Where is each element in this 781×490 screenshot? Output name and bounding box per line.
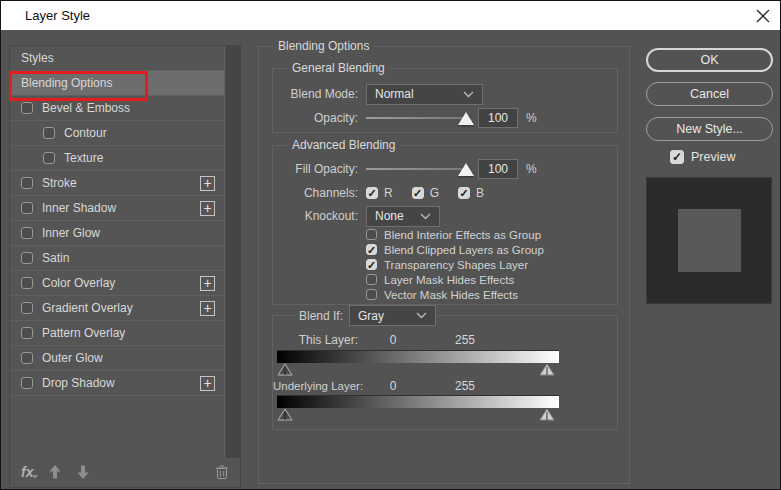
- option-label: Blend Interior Effects as Group: [384, 229, 541, 241]
- channel-g-checkbox[interactable]: ✓: [412, 187, 424, 199]
- sidebar-item-outer-glow[interactable]: Outer Glow: [10, 346, 224, 371]
- underlying-layer-min: 0: [366, 379, 420, 393]
- sidebar-scrollbar[interactable]: [224, 46, 240, 458]
- effect-enable-checkbox[interactable]: [21, 377, 33, 389]
- dialog-title: Layer Style: [25, 8, 90, 23]
- sidebar-item-blending-options[interactable]: Blending Options: [10, 71, 224, 96]
- option-label: Layer Mask Hides Effects: [384, 274, 514, 286]
- underlying-layer-high-thumb[interactable]: [539, 407, 555, 420]
- trash-icon[interactable]: [215, 464, 229, 480]
- this-layer-high-thumb[interactable]: [539, 362, 555, 375]
- effect-enable-checkbox[interactable]: [21, 177, 33, 189]
- option-checkbox[interactable]: [366, 289, 377, 300]
- channel-g: ✓G: [412, 186, 439, 200]
- sidebar-item-label: Contour: [64, 126, 107, 140]
- effect-enable-checkbox[interactable]: [21, 327, 33, 339]
- sidebar-footer: fx: [10, 457, 240, 487]
- sidebar-item-label: Texture: [64, 151, 103, 165]
- fill-opacity-label: Fill Opacity:: [273, 162, 358, 176]
- option-label: Vector Mask Hides Effects: [384, 289, 518, 301]
- ok-button[interactable]: OK: [646, 48, 773, 72]
- sidebar-item-satin[interactable]: Satin: [10, 246, 224, 271]
- sidebar-item-label: Bevel & Emboss: [42, 101, 130, 115]
- sidebar-item-inner-glow[interactable]: Inner Glow: [10, 221, 224, 246]
- effect-enable-checkbox[interactable]: [21, 352, 33, 364]
- sidebar-item-label: Inner Shadow: [42, 201, 116, 215]
- arrow-up-icon[interactable]: [49, 465, 61, 479]
- effect-enable-checkbox[interactable]: [43, 127, 55, 139]
- sidebar-item-label: Drop Shadow: [42, 376, 115, 390]
- preview-thumbnail: [646, 177, 772, 304]
- channel-r: ✓R: [366, 186, 393, 200]
- knockout-label: Knockout:: [273, 209, 358, 223]
- opacity-slider[interactable]: [366, 109, 466, 127]
- sidebar-item-pattern-overlay[interactable]: Pattern Overlay: [10, 321, 224, 346]
- knockout-select[interactable]: None: [366, 206, 440, 227]
- fx-menu-icon[interactable]: fx: [21, 464, 33, 480]
- sidebar-item-contour[interactable]: Contour: [10, 121, 224, 146]
- effect-enable-checkbox[interactable]: [21, 227, 33, 239]
- underlying-layer-max: 255: [438, 379, 492, 393]
- close-icon[interactable]: [755, 8, 771, 24]
- arrow-down-icon[interactable]: [77, 465, 89, 479]
- effect-enable-checkbox[interactable]: [21, 202, 33, 214]
- sidebar-item-stroke[interactable]: Stroke+: [10, 171, 224, 196]
- blend-if-label: Blend If:: [296, 309, 349, 323]
- option-checkbox[interactable]: [366, 229, 377, 240]
- advanced-blending-group: Advanced Blending Fill Opacity: 100 % Ch…: [272, 145, 618, 305]
- blend-if-group: Blend If: Gray This Layer: 0 255: [272, 315, 618, 430]
- sidebar-item-gradient-overlay[interactable]: Gradient Overlay+: [10, 296, 224, 321]
- fill-opacity-slider[interactable]: [366, 160, 466, 178]
- sidebar-item-texture[interactable]: Texture: [10, 146, 224, 171]
- scrollbar-thumb[interactable]: [226, 46, 240, 458]
- this-layer-low-thumb[interactable]: [277, 362, 293, 375]
- blend-mode-select[interactable]: Normal: [366, 84, 483, 105]
- option-checkbox[interactable]: [366, 274, 377, 285]
- sidebar-item-label: Stroke: [42, 176, 77, 190]
- opacity-input[interactable]: 100: [478, 108, 518, 128]
- add-effect-instance-button[interactable]: +: [200, 176, 215, 191]
- this-layer-min: 0: [366, 333, 420, 347]
- slider-thumb-icon[interactable]: [458, 112, 474, 125]
- cancel-button[interactable]: Cancel: [646, 82, 773, 106]
- slider-thumb-icon[interactable]: [458, 163, 474, 176]
- preview-checkbox[interactable]: ✓: [670, 150, 684, 164]
- effect-enable-checkbox[interactable]: [21, 102, 33, 114]
- channels-row: ✓R✓G✓B: [366, 186, 503, 200]
- sidebar-item-drop-shadow[interactable]: Drop Shadow+: [10, 371, 224, 396]
- title-bar: Layer Style: [1, 1, 780, 30]
- preview-label: Preview: [691, 150, 735, 164]
- sidebar-item-color-overlay[interactable]: Color Overlay+: [10, 271, 224, 296]
- effect-enable-checkbox[interactable]: [21, 252, 33, 264]
- add-effect-instance-button[interactable]: +: [200, 276, 215, 291]
- fill-opacity-input[interactable]: 100: [478, 159, 518, 179]
- option-checkbox[interactable]: ✓: [366, 259, 377, 270]
- add-effect-instance-button[interactable]: +: [200, 376, 215, 391]
- styles-list: StylesBlending OptionsBevel & EmbossCont…: [10, 46, 224, 396]
- sidebar-item-styles[interactable]: Styles: [10, 46, 224, 71]
- slider-track: [366, 117, 466, 119]
- add-effect-instance-button[interactable]: +: [200, 301, 215, 316]
- channel-b-checkbox[interactable]: ✓: [458, 187, 470, 199]
- chevron-down-icon: [420, 213, 431, 220]
- new-style-button[interactable]: New Style...: [646, 117, 773, 141]
- effect-enable-checkbox[interactable]: [43, 152, 55, 164]
- option-transparency-shapes-layer: ✓Transparency Shapes Layer: [366, 257, 544, 272]
- option-checkbox[interactable]: ✓: [366, 244, 377, 255]
- channel-label: G: [430, 186, 439, 200]
- sidebar-item-label: Gradient Overlay: [42, 301, 133, 315]
- underlying-layer-low-thumb[interactable]: [277, 407, 293, 420]
- chevron-down-icon: [463, 91, 474, 98]
- panel-title: Blending Options: [273, 39, 374, 53]
- effect-enable-checkbox[interactable]: [21, 302, 33, 314]
- blend-if-select[interactable]: Gray: [349, 305, 436, 326]
- channel-label: R: [384, 186, 393, 200]
- knockout-value: None: [375, 209, 404, 223]
- add-effect-instance-button[interactable]: +: [200, 201, 215, 216]
- sidebar-item-inner-shadow[interactable]: Inner Shadow+: [10, 196, 224, 221]
- sidebar-item-bevel-emboss[interactable]: Bevel & Emboss: [10, 96, 224, 121]
- general-blending-group: General Blending Blend Mode: Normal Opac…: [272, 68, 618, 133]
- fill-opacity-value: 100: [488, 162, 508, 176]
- effect-enable-checkbox[interactable]: [21, 277, 33, 289]
- channel-r-checkbox[interactable]: ✓: [366, 187, 378, 199]
